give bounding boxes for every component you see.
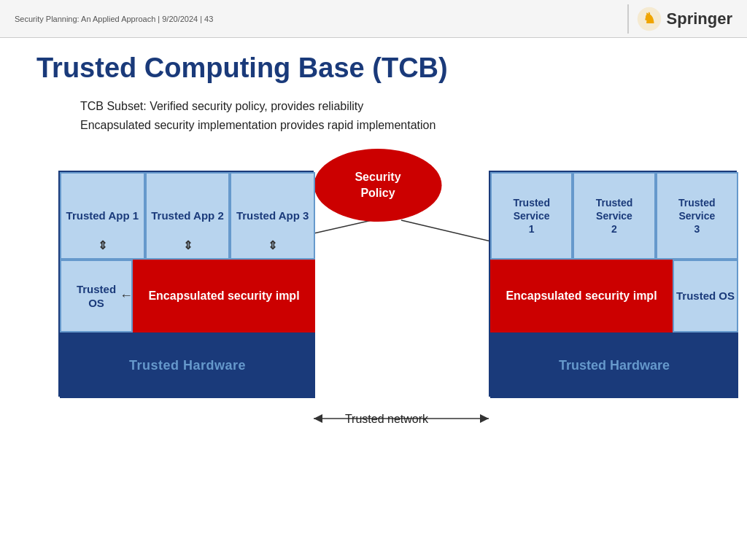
left-hardware-label: Trusted Hardware — [129, 358, 246, 373]
description-line2: Encapsulated security implementation pro… — [80, 116, 711, 135]
trusted-os-left: TrustedOS ← — [60, 260, 133, 332]
description-line1: TCB Subset: Verified security policy, pr… — [80, 97, 711, 116]
springer-icon: ♞ — [636, 6, 662, 32]
right-services-row: TrustedService1 TrustedService2 TrustedS… — [490, 172, 738, 260]
arrow-down-2: ⇕ — [183, 238, 193, 254]
trusted-app-3: Trusted App 3 ⇕ — [230, 172, 315, 260]
right-hardware-label: Trusted Hardware — [559, 358, 670, 373]
left-trusted-hardware: Trusted Hardware — [60, 332, 315, 398]
svg-text:♞: ♞ — [643, 10, 656, 26]
arrow-left-icon: ← — [120, 287, 133, 304]
right-trusted-hardware: Trusted Hardware — [490, 332, 738, 398]
svg-marker-5 — [314, 414, 322, 423]
left-apps-row: Trusted App 1 ⇕ Trusted App 2 ⇕ Trusted … — [60, 172, 315, 260]
page-heading: Trusted Computing Base (TCB) — [36, 52, 711, 84]
arrow-down-1: ⇕ — [98, 238, 107, 254]
trusted-app-1: Trusted App 1 ⇕ — [60, 172, 145, 260]
security-policy-label: SecurityPolicy — [355, 169, 400, 202]
trusted-service-1: TrustedService1 — [490, 172, 573, 260]
springer-logo-text: Springer — [667, 9, 732, 28]
trusted-app-2: Trusted App 2 ⇕ — [145, 172, 231, 260]
encapsulated-security-right: Encapsulated security impl — [490, 260, 673, 332]
arrow-down-3: ⇕ — [268, 238, 277, 254]
svg-marker-6 — [480, 414, 489, 423]
tcb-diagram: SecurityPolicy Trusted App 1 ⇕ Trusted A… — [36, 149, 737, 470]
trusted-network-label: Trusted network — [345, 413, 428, 426]
header-title: Security Planning: An Applied Approach |… — [15, 15, 213, 23]
left-tcb-box: Trusted App 1 ⇕ Trusted App 2 ⇕ Trusted … — [58, 171, 314, 397]
trusted-service-2: TrustedService2 — [573, 172, 655, 260]
encapsulated-security-left: Encapsulated security impl — [133, 260, 315, 332]
main-content: Trusted Computing Base (TCB) TCB Subset:… — [0, 38, 747, 484]
encapsulated-right-label: Encapsulated security impl — [506, 289, 657, 304]
trusted-os-right: Trusted OS — [673, 260, 738, 332]
header-divider — [627, 4, 629, 34]
header: Security Planning: An Applied Approach |… — [0, 0, 747, 38]
encapsulated-left-label: Encapsulated security impl — [148, 289, 299, 304]
trusted-os-left-label: TrustedOS — [77, 282, 116, 311]
left-bottom-row: TrustedOS ← Encapsulated security impl — [60, 260, 315, 332]
security-policy-ellipse: SecurityPolicy — [314, 149, 442, 222]
right-bottom-row: Encapsulated security impl Trusted OS — [490, 260, 738, 332]
springer-logo: ♞ Springer — [636, 6, 732, 32]
description: TCB Subset: Verified security policy, pr… — [80, 97, 711, 134]
right-tcb-box: TrustedService1 TrustedService2 TrustedS… — [489, 171, 737, 397]
trusted-os-right-label: Trusted OS — [676, 289, 735, 303]
trusted-service-3: TrustedService3 — [656, 172, 738, 260]
